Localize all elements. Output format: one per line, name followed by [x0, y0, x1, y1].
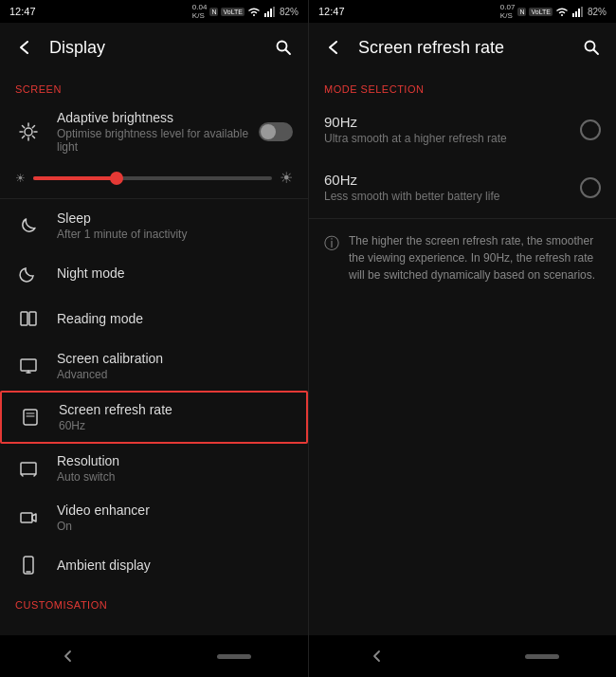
svg-rect-20	[24, 410, 37, 425]
screen-calibration-title: Screen calibration	[57, 351, 293, 366]
setting-night-mode[interactable]: Night mode	[0, 250, 308, 296]
right-data-speed: 0.07K/S	[500, 3, 516, 20]
left-search-button[interactable]	[270, 34, 297, 61]
right-top-bar: Screen refresh rate	[309, 23, 616, 72]
option-90hz[interactable]: 90Hz Ultra smooth at a higher refresh ra…	[309, 101, 616, 158]
resolution-title: Resolution	[57, 453, 293, 468]
right-status-time: 12:47	[318, 6, 345, 17]
setting-adaptive-brightness[interactable]: Adaptive brightness Optimise brightness …	[0, 101, 308, 163]
right-signal-icon	[571, 6, 585, 17]
setting-screen-calibration[interactable]: Screen calibration Advanced	[0, 341, 308, 391]
sleep-title: Sleep	[57, 210, 293, 226]
option-60hz-text: 60Hz Less smooth with better battery lif…	[324, 172, 580, 203]
svg-rect-2	[270, 9, 272, 17]
svg-rect-3	[273, 7, 275, 17]
setting-video-enhancer[interactable]: Video enhancer On	[0, 493, 308, 542]
setting-reading-mode[interactable]: Reading mode	[0, 296, 308, 341]
option-60hz-subtitle: Less smooth with better battery life	[324, 190, 580, 203]
video-enhancer-text: Video enhancer On	[57, 503, 293, 533]
refresh-rate-subtitle: 60Hz	[59, 419, 291, 432]
left-page-title: Display	[49, 38, 259, 58]
info-text: The higher the screen refresh rate, the …	[349, 232, 601, 284]
right-back-button[interactable]	[320, 34, 347, 61]
adaptive-brightness-title: Adaptive brightness	[57, 110, 259, 125]
screen-calibration-text: Screen calibration Advanced	[57, 351, 293, 381]
night-mode-text: Night mode	[57, 265, 293, 281]
svg-point-6	[25, 128, 32, 136]
left-back-button[interactable]	[11, 34, 38, 61]
left-back-nav-button[interactable]	[57, 645, 80, 668]
svg-line-12	[32, 136, 34, 137]
option-90hz-title: 90Hz	[324, 114, 580, 130]
reading-mode-text: Reading mode	[57, 311, 293, 326]
reading-mode-icon	[15, 305, 42, 332]
sleep-text: Sleep After 1 minute of inactivity	[57, 210, 293, 241]
mode-section-label: MODE SELECTION	[309, 72, 616, 101]
video-enhancer-subtitle: On	[57, 520, 293, 533]
video-enhancer-title: Video enhancer	[57, 503, 293, 518]
option-60hz-title: 60Hz	[324, 172, 580, 188]
svg-rect-30	[575, 11, 577, 17]
left-status-time: 12:47	[9, 6, 36, 17]
radio-60hz[interactable]	[580, 177, 601, 198]
setting-screen-refresh-rate[interactable]: Screen refresh rate 60Hz	[0, 391, 308, 444]
svg-rect-29	[572, 13, 574, 17]
divider-1	[0, 198, 308, 199]
setting-sleep[interactable]: Sleep After 1 minute of inactivity	[0, 201, 308, 250]
right-badge-volte: VoLTE	[529, 8, 553, 16]
resolution-subtitle: Auto switch	[57, 470, 293, 484]
right-battery: 82%	[588, 7, 607, 17]
ambient-display-icon	[15, 552, 42, 578]
svg-rect-1	[267, 11, 269, 17]
left-top-bar: Display	[0, 23, 308, 72]
left-battery: 82%	[280, 7, 299, 17]
option-60hz[interactable]: 60Hz Less smooth with better battery lif…	[309, 158, 616, 216]
right-status-icons: 0.07K/S N VoLTE 82%	[500, 3, 607, 20]
slider-fill	[33, 176, 117, 180]
left-data-speed: 0.04K/S	[192, 3, 208, 20]
left-status-bar: 12:47 0.04K/S N VoLTE 82%	[0, 0, 308, 23]
brightness-slider[interactable]	[33, 176, 272, 180]
adaptive-brightness-toggle[interactable]	[259, 122, 293, 141]
right-panel: 12:47 0.07K/S N VoLTE 82% Screen refresh…	[308, 0, 616, 677]
svg-rect-16	[29, 312, 36, 325]
setting-ambient-display[interactable]: Ambient display	[0, 542, 308, 588]
svg-rect-26	[21, 513, 32, 522]
left-bottom-nav	[0, 635, 308, 677]
refresh-rate-text: Screen refresh rate 60Hz	[59, 402, 291, 432]
svg-line-11	[23, 126, 25, 128]
left-home-indicator[interactable]	[217, 654, 251, 659]
screen-calibration-subtitle: Advanced	[57, 368, 293, 381]
option-90hz-text: 90Hz Ultra smooth at a higher refresh ra…	[324, 114, 580, 145]
setting-resolution[interactable]: Resolution Auto switch	[0, 444, 308, 493]
svg-rect-31	[578, 9, 580, 17]
brightness-high-icon: ☀	[280, 169, 293, 187]
left-panel: 12:47 0.04K/S N VoLTE 82% Disp	[0, 0, 308, 677]
adaptive-brightness-text: Adaptive brightness Optimise brightness …	[57, 110, 259, 154]
right-wifi-icon	[555, 6, 569, 17]
right-search-button[interactable]	[578, 34, 605, 61]
left-badge-volte: VoLTE	[221, 8, 245, 16]
info-icon: ⓘ	[324, 234, 339, 254]
night-mode-title: Night mode	[57, 265, 293, 281]
toggle-knob	[261, 124, 276, 139]
svg-rect-17	[21, 359, 36, 371]
screen-section-label: SCREEN	[0, 72, 308, 101]
right-home-indicator[interactable]	[525, 654, 559, 659]
adaptive-brightness-subtitle: Optimise brightness level for available …	[57, 127, 259, 154]
customisation-section-label: CUSTOMISATION	[0, 588, 308, 616]
right-back-nav-button[interactable]	[366, 645, 389, 668]
wifi-icon	[247, 6, 261, 17]
sleep-subtitle: After 1 minute of inactivity	[57, 228, 293, 241]
night-mode-icon	[15, 260, 42, 286]
reading-mode-title: Reading mode	[57, 311, 293, 326]
left-status-icons: 0.04K/S N VoLTE 82%	[192, 3, 299, 20]
svg-line-5	[286, 50, 291, 55]
brightness-slider-row: ☀ ☀	[0, 163, 308, 196]
ambient-display-text: Ambient display	[57, 558, 293, 573]
right-status-bar: 12:47 0.07K/S N VoLTE 82%	[309, 0, 616, 23]
svg-line-34	[594, 50, 599, 55]
right-bottom-nav	[309, 635, 616, 677]
radio-90hz[interactable]	[580, 119, 601, 140]
slider-thumb[interactable]	[110, 172, 123, 185]
